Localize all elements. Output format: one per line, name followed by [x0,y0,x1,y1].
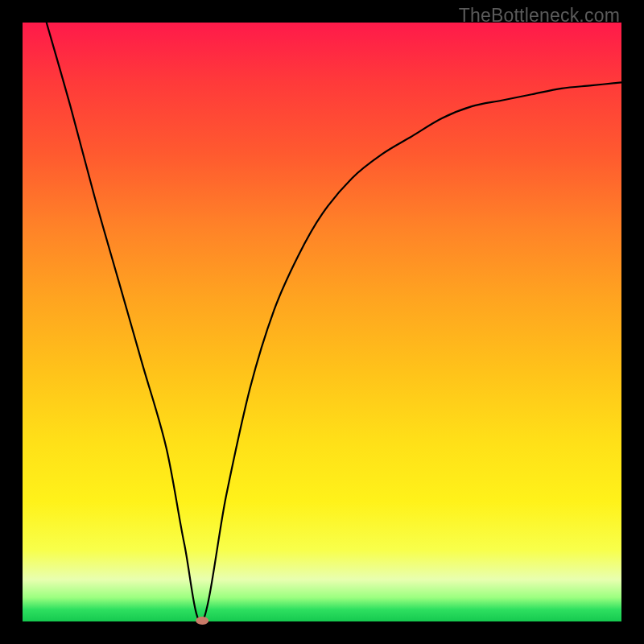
bottleneck-curve [47,23,621,622]
plot-area [23,23,621,621]
chart-frame: TheBottleneck.com [0,0,644,644]
minimum-marker [196,617,208,625]
curve-layer [23,23,621,621]
